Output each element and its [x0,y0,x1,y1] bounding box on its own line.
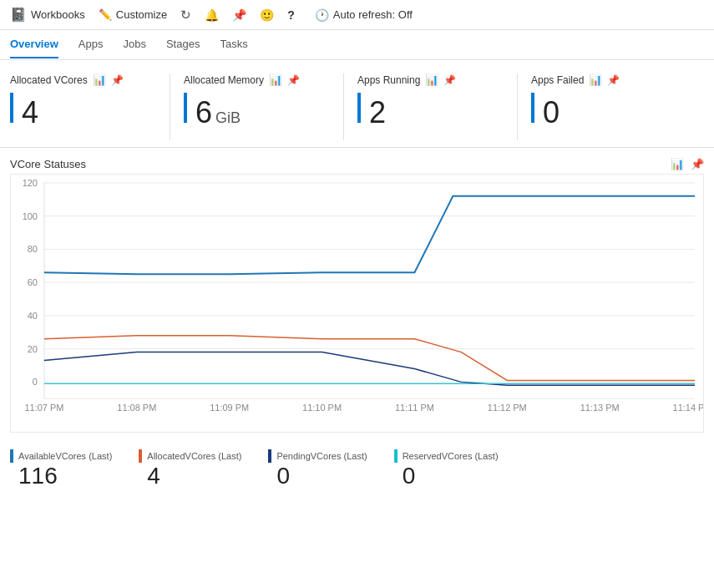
svg-text:11:07 PM: 11:07 PM [24,403,63,413]
metric-bar-apps-running [357,93,361,123]
legend-label-pending: PendingVCores (Last) [276,451,367,461]
chart-svg: 120 100 80 60 40 20 0 11:07 PM 11:08 PM … [11,175,703,432]
metric-label-memory: Allocated Memory [184,74,264,86]
metric-bar-vcores [10,93,13,123]
pin-icon-apps-running[interactable]: 📌 [443,74,456,86]
svg-text:40: 40 [28,311,38,321]
svg-text:20: 20 [28,344,38,354]
question-icon: ? [287,8,295,22]
legend-color-pending [268,449,271,463]
metric-value-apps-running: 2 [369,95,386,130]
metric-allocated-vcores: Allocated VCores 📊 📌 4 [10,74,170,140]
metric-value-memory: 6 [195,95,212,130]
tab-stages[interactable]: Stages [166,31,200,58]
chart-mini-icon-vcores[interactable]: 📊 [93,74,106,86]
metric-apps-failed: Apps Failed 📊 📌 0 [531,74,691,140]
legend-label-reserved: ReservedVCores (Last) [403,451,499,461]
chart-expand-icon[interactable]: 📊 [671,158,684,170]
legend-color-allocated [139,449,142,463]
svg-text:11:12 PM: 11:12 PM [488,403,527,413]
metric-apps-running: Apps Running 📊 📌 2 [357,74,518,140]
legend-color-available [10,449,13,463]
legend-value-allocated: 4 [147,463,241,489]
svg-text:11:11 PM: 11:11 PM [395,403,434,413]
customize-label: Customize [116,8,167,21]
chart-pin-icon[interactable]: 📌 [691,158,704,170]
pin-icon-apps-failed[interactable]: 📌 [607,74,620,86]
legend-pending-vcores: PendingVCores (Last) 0 [268,449,367,489]
metric-label-apps-failed: Apps Failed [531,74,584,86]
svg-text:11:14 PM: 11:14 PM [673,403,703,413]
auto-refresh-button[interactable]: 🕐 Auto refresh: Off [315,8,413,22]
bell-icon: 🔔 [205,8,219,22]
clock-icon: 🕐 [315,8,329,22]
svg-text:11:08 PM: 11:08 PM [117,403,156,413]
workbook-icon: 📓 [10,7,27,23]
legend-allocated-vcores: AllocatedVCores (Last) 4 [139,449,241,489]
refresh-button[interactable]: ↻ [180,8,191,23]
legend-available-vcores: AvailableVCores (Last) 116 [10,449,112,489]
pin-icon-vcores[interactable]: 📌 [111,74,124,86]
help-button[interactable]: ? [287,8,295,22]
pin-icon: 📌 [232,8,246,22]
legend-value-pending: 0 [276,463,367,489]
tab-jobs[interactable]: Jobs [123,31,145,58]
workbooks-button[interactable]: 📓 Workbooks [10,7,85,23]
smile-button[interactable]: 🙂 [260,8,274,22]
tab-overview[interactable]: Overview [10,31,58,58]
chart-header: VCore Statuses 📊 📌 [10,158,704,170]
auto-refresh-label: Auto refresh: Off [333,8,413,21]
metric-bar-memory [184,93,187,123]
pin-icon-memory[interactable]: 📌 [287,74,300,86]
svg-text:11:13 PM: 11:13 PM [580,403,620,413]
legend-label-allocated: AllocatedVCores (Last) [147,451,241,461]
metric-bar-apps-failed [531,93,534,123]
chart-mini-icon-apps-failed[interactable]: 📊 [589,74,602,86]
svg-text:60: 60 [28,277,38,287]
metric-label-apps-running: Apps Running [357,74,420,86]
smile-icon: 🙂 [260,8,274,22]
legend-value-available: 116 [18,463,112,489]
chart-mini-icon-apps-running[interactable]: 📊 [425,74,438,86]
tab-apps[interactable]: Apps [78,31,104,58]
refresh-circle-icon: ↻ [180,8,191,23]
metric-value-vcores: 4 [22,95,38,130]
legend-value-reserved: 0 [403,463,499,489]
pin-button[interactable]: 📌 [232,8,246,22]
metric-allocated-memory: Allocated Memory 📊 📌 6 GiB [184,74,344,140]
edit-icon: ✏️ [99,8,112,21]
tab-tasks[interactable]: Tasks [220,31,247,58]
chart-title: VCore Statuses [10,158,86,170]
legend-color-reserved [394,449,398,463]
legend-label-available: AvailableVCores (Last) [18,451,112,461]
metric-unit-memory: GiB [215,109,241,127]
chart-action-icons: 📊 📌 [671,158,704,170]
legend-row: AvailableVCores (Last) 116 AllocatedVCor… [0,443,714,489]
svg-text:0: 0 [33,377,38,387]
svg-text:120: 120 [23,178,38,188]
metric-value-apps-failed: 0 [543,95,560,130]
metrics-row: Allocated VCores 📊 📌 4 Allocated Memory … [0,60,714,148]
chart-section: VCore Statuses 📊 📌 120 100 80 60 40 20 [0,148,714,443]
svg-text:11:09 PM: 11:09 PM [210,403,249,413]
legend-reserved-vcores: ReservedVCores (Last) 0 [394,449,499,489]
chart-mini-icon-memory[interactable]: 📊 [269,74,282,86]
svg-text:100: 100 [23,211,38,221]
workbooks-label: Workbooks [31,8,85,21]
customize-button[interactable]: ✏️ Customize [99,8,167,21]
svg-text:80: 80 [28,244,38,254]
vcore-statuses-chart: 120 100 80 60 40 20 0 11:07 PM 11:08 PM … [10,174,704,433]
nav-tabs: Overview Apps Jobs Stages Tasks [0,30,714,60]
svg-text:11:10 PM: 11:10 PM [302,403,342,413]
bell-button[interactable]: 🔔 [205,8,219,22]
metric-label-vcores: Allocated VCores [10,74,88,86]
toolbar: 📓 Workbooks ✏️ Customize ↻ 🔔 📌 🙂 ? 🕐 Aut… [0,0,714,30]
